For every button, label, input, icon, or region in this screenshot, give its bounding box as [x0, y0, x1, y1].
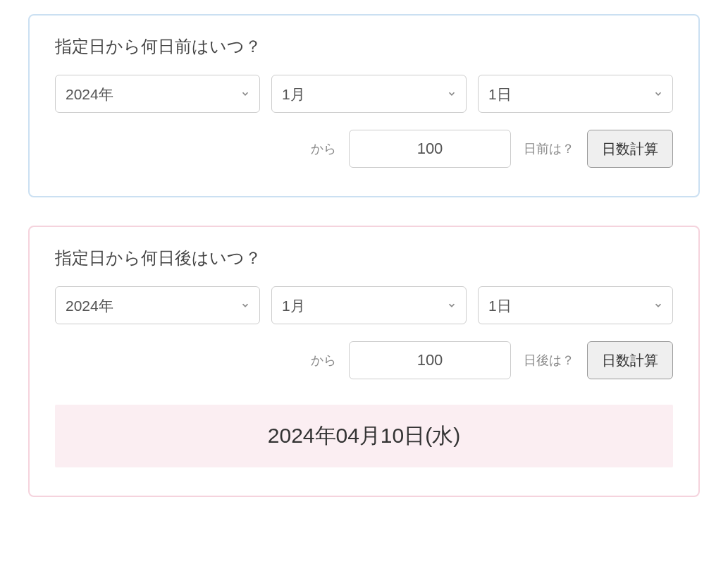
year-select[interactable]: 2024年 [55, 286, 260, 324]
days-after-input[interactable] [349, 341, 511, 379]
days-before-title: 指定日から何日前はいつ？ [55, 35, 673, 58]
month-select-wrap: 1月 [271, 75, 467, 113]
day-select[interactable]: 1日 [478, 75, 673, 113]
day-select[interactable]: 1日 [478, 286, 673, 324]
days-after-panel: 指定日から何日後はいつ？ 2024年 1月 1日 から 日後は？ 日数計算 20… [28, 226, 700, 497]
date-selector-row: 2024年 1月 1日 [55, 286, 673, 324]
days-before-suffix-label: 日前は？ [524, 140, 574, 157]
year-select-wrap: 2024年 [55, 75, 260, 113]
calculate-after-button[interactable]: 日数計算 [587, 341, 673, 379]
month-select[interactable]: 1月 [271, 75, 467, 113]
from-label: から [311, 140, 336, 157]
result-text: 2024年04月10日(水) [72, 422, 656, 450]
day-select-wrap: 1日 [478, 286, 673, 324]
calc-row: から 日後は？ 日数計算 [55, 341, 673, 379]
calculate-before-button[interactable]: 日数計算 [587, 130, 673, 168]
days-before-panel: 指定日から何日前はいつ？ 2024年 1月 1日 から 日前は？ 日数計算 [28, 14, 700, 197]
calc-row: から 日前は？ 日数計算 [55, 130, 673, 168]
from-label: から [311, 352, 336, 369]
result-box: 2024年04月10日(水) [55, 405, 673, 467]
days-after-suffix-label: 日後は？ [524, 352, 574, 369]
month-select-wrap: 1月 [271, 286, 467, 324]
day-select-wrap: 1日 [478, 75, 673, 113]
year-select[interactable]: 2024年 [55, 75, 260, 113]
date-selector-row: 2024年 1月 1日 [55, 75, 673, 113]
days-before-input[interactable] [349, 130, 511, 168]
days-after-title: 指定日から何日後はいつ？ [55, 247, 673, 269]
month-select[interactable]: 1月 [271, 286, 467, 324]
year-select-wrap: 2024年 [55, 286, 260, 324]
